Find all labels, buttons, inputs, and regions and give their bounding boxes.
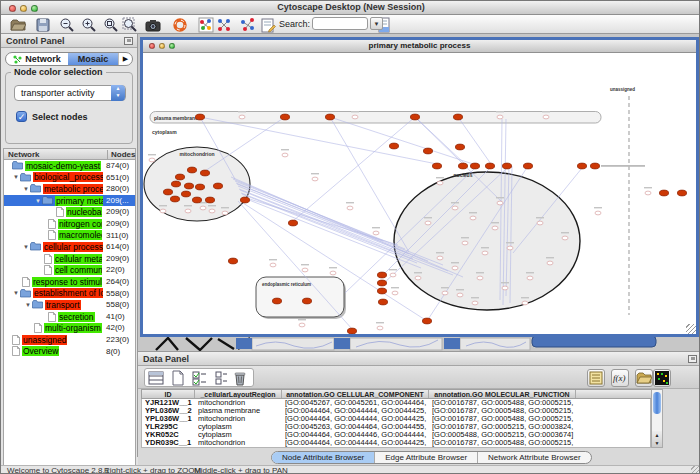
network-node-selected[interactable] [677, 190, 686, 196]
tab-node-attribute-browser[interactable]: Node Attribute Browser [272, 452, 375, 463]
network-node[interactable] [472, 301, 478, 305]
network-node[interactable] [452, 266, 458, 270]
network-node[interactable] [390, 273, 396, 277]
tree-row-multi-organism-pro[interactable]: multi-organism pro42(0) [4, 322, 135, 334]
network-edge[interactable] [238, 186, 409, 254]
annotation-icon[interactable] [259, 16, 277, 33]
network-node-selected[interactable] [577, 163, 586, 169]
select-attributes-icon[interactable] [191, 369, 209, 387]
network-node[interactable] [595, 211, 601, 215]
tree-expander-icon[interactable]: ▼ [22, 244, 30, 250]
tree-row-cell-communicat[interactable]: cell communicat22(0) [4, 264, 135, 276]
network-node[interactable] [347, 206, 353, 210]
network-node[interactable] [160, 209, 166, 213]
network-node-selected[interactable] [470, 163, 479, 169]
attribute-table[interactable]: YJR121W__1mitochondrion[GO:0045267, GO:0… [141, 399, 651, 448]
network-node[interactable] [547, 261, 553, 265]
network-node[interactable] [537, 221, 543, 225]
table-row-ypl036w__1[interactable]: YPL036W__1mitochondrion[GO:0044464, GO:0… [142, 415, 650, 423]
network-node[interactable] [222, 211, 228, 215]
network-edge[interactable] [458, 117, 491, 164]
scrollbar-arrows[interactable]: ▲▼ [652, 431, 662, 447]
network-node[interactable] [462, 241, 468, 245]
network-node-selected[interactable] [423, 148, 432, 154]
network-node[interactable] [185, 209, 191, 213]
network-node[interactable] [527, 276, 533, 280]
network-canvas[interactable]: plasma membranecytoplasmmitochondrionnuc… [143, 53, 696, 334]
network-node[interactable] [543, 115, 549, 119]
network-node-selected[interactable] [485, 163, 494, 169]
network-node-selected[interactable] [347, 328, 356, 334]
network-node-selected[interactable] [228, 258, 237, 264]
network-node[interactable] [497, 201, 503, 205]
copy-network-icon[interactable] [239, 16, 257, 33]
delete-attribute-icon[interactable] [231, 369, 249, 387]
view-resize-grip[interactable] [686, 324, 696, 334]
network-node-selected[interactable] [377, 280, 386, 286]
network-view-titlebar[interactable]: primary metabolic process [143, 40, 696, 53]
tab-network[interactable]: Network [6, 53, 68, 65]
network-edge[interactable] [240, 190, 413, 259]
tree-row-cellular-process[interactable]: ▼cellular process614(0) [4, 241, 135, 253]
column-header-2[interactable]: annotation.GO CELLULAR_COMPONENT [282, 390, 429, 398]
network-node-selected[interactable] [280, 114, 289, 120]
network-node-selected[interactable] [325, 114, 334, 120]
network-node-selected[interactable] [205, 197, 214, 203]
network-node[interactable] [377, 326, 383, 330]
network-node-selected[interactable] [432, 163, 441, 169]
table-row-yjr121w__1[interactable]: YJR121W__1mitochondrion[GO:0045267, GO:0… [142, 399, 650, 407]
network-node[interactable] [482, 251, 488, 255]
unselect-attributes-icon[interactable] [213, 369, 231, 387]
first-neighbors-icon[interactable] [215, 16, 233, 33]
tree-row-overview[interactable]: Overview8(0) [4, 346, 135, 358]
network-node-selected[interactable] [659, 190, 668, 196]
network-node[interactable] [302, 268, 308, 272]
zoom-in-icon[interactable] [80, 16, 98, 33]
network-node-selected[interactable] [302, 298, 311, 304]
tree-expander-icon[interactable]: ▼ [24, 302, 32, 308]
nucleus-region[interactable] [394, 172, 580, 310]
network-node[interactable] [282, 153, 288, 157]
zoom-selected-region-icon[interactable] [121, 16, 139, 33]
network-node-selected[interactable] [455, 144, 464, 150]
tab-overflow-arrow-button[interactable]: ▶ [118, 53, 132, 65]
table-row-ylr295c[interactable]: YLR295Ccytoplasm[GO:0045263, GO:0044464,… [142, 423, 650, 431]
network-node[interactable] [497, 115, 503, 119]
network-node-selected[interactable] [184, 183, 193, 189]
tab-mosaic[interactable]: Mosaic [68, 53, 118, 65]
function-builder-icon[interactable]: f(x) [611, 369, 629, 387]
network-node[interactable] [149, 158, 155, 162]
network-node-selected[interactable] [590, 163, 599, 169]
node-color-attribute-select[interactable]: transporter activity ▲▼ [14, 85, 126, 101]
network-node-selected[interactable] [389, 143, 398, 149]
network-node-selected[interactable] [288, 220, 297, 226]
tree-row-mosaic-demo-yeast[interactable]: mosaic-demo-yeast874(0) [4, 160, 135, 172]
tree-expander-icon[interactable]: ▼ [22, 186, 30, 192]
network-edge[interactable] [293, 117, 415, 221]
network-node[interactable] [507, 246, 513, 250]
import-attributes-icon[interactable] [635, 369, 653, 387]
network-node[interactable] [352, 115, 358, 119]
new-attribute-icon[interactable] [169, 369, 187, 387]
network-node-selected[interactable] [170, 196, 179, 202]
network-node[interactable] [437, 181, 443, 185]
network-node[interactable] [299, 323, 305, 327]
network-node[interactable] [645, 191, 651, 195]
network-node[interactable] [470, 216, 476, 220]
float-panel-icon[interactable] [124, 37, 133, 45]
layout-network-icon[interactable] [197, 16, 215, 33]
table-row-ypl036w__2[interactable]: YPL036W__2plasma membrane[GO:0044464, GO… [142, 407, 650, 415]
network-node[interactable] [502, 286, 508, 290]
network-node-selected[interactable] [171, 181, 180, 187]
network-node[interactable] [392, 291, 398, 295]
matrix-view-icon[interactable] [653, 369, 671, 387]
network-node[interactable] [312, 177, 318, 181]
search-dropdown-button[interactable]: ▼ [370, 17, 383, 30]
plasma-membrane-region[interactable] [150, 112, 601, 124]
network-node[interactable] [492, 226, 498, 230]
tree-row-response-to-stimulu[interactable]: response to stimulu264(0) [4, 276, 135, 288]
tree-row-biological-process[interactable]: ▼biological_process651(0) [4, 172, 135, 184]
network-node-selected[interactable] [378, 299, 387, 305]
network-node-selected[interactable] [181, 191, 190, 197]
select-nodes-checkbox[interactable]: ✓ [16, 111, 27, 122]
